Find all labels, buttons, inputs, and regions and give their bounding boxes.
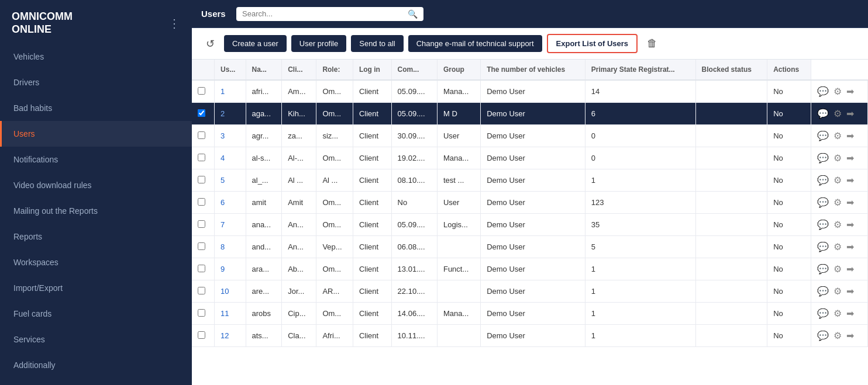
- row-checkbox[interactable]: [198, 176, 205, 183]
- table-row[interactable]: 6amitAmitOm...ClientNoUserDemo User123No…: [192, 192, 868, 214]
- navigate-icon[interactable]: ➡: [846, 152, 854, 164]
- row-checkbox[interactable]: [198, 87, 205, 95]
- sidebar-item-services[interactable]: Services: [0, 327, 192, 352]
- col-header-9: Primary State Registrat...: [585, 60, 695, 80]
- cell-0: al-s...: [246, 147, 282, 169]
- cell-7: 1: [585, 303, 695, 325]
- cell-9: No: [767, 303, 811, 325]
- settings-icon[interactable]: ⚙: [833, 330, 842, 341]
- col-header-2: Na...: [246, 60, 282, 80]
- table-row[interactable]: 5al_...Al ...Al ...Client08.10....test .…: [192, 169, 868, 192]
- cell-2: AR...: [316, 280, 353, 303]
- table-row[interactable]: 1afri...Am...Om...Client05.09....Mana...…: [192, 80, 868, 103]
- send-to-all-button[interactable]: Send to all: [351, 35, 403, 52]
- table-row[interactable]: 7ana...An...Om...Client05.09....Logis...…: [192, 214, 868, 236]
- navigate-icon[interactable]: ➡: [846, 175, 854, 186]
- row-checkbox[interactable]: [198, 309, 205, 317]
- row-checkbox[interactable]: [198, 287, 205, 294]
- chat-icon[interactable]: 💬: [817, 197, 829, 208]
- cell-3: Client: [353, 147, 391, 169]
- cell-3: Client: [353, 80, 391, 103]
- cell-5: Funct...: [437, 258, 480, 280]
- settings-icon[interactable]: ⚙: [833, 175, 842, 186]
- sidebar-item-mailing-reports[interactable]: Mailing out the Reports: [0, 198, 192, 224]
- chat-icon[interactable]: 💬: [817, 308, 829, 319]
- chat-icon[interactable]: 💬: [817, 175, 829, 186]
- sidebar-item-fuel-cards[interactable]: Fuel cards: [0, 301, 192, 327]
- navigate-icon[interactable]: ➡: [846, 108, 854, 119]
- settings-icon[interactable]: ⚙: [833, 86, 842, 97]
- navigate-icon[interactable]: ➡: [846, 308, 854, 319]
- menu-dots-icon[interactable]: ⋮: [168, 16, 180, 30]
- settings-icon[interactable]: ⚙: [833, 130, 842, 141]
- row-checkbox[interactable]: [198, 198, 205, 206]
- row-checkbox[interactable]: [198, 109, 205, 117]
- sidebar-item-import-export[interactable]: Import/Export: [0, 275, 192, 301]
- chat-icon[interactable]: 💬: [817, 330, 829, 341]
- actions-cell: 💬⚙➡: [811, 303, 868, 325]
- settings-icon[interactable]: ⚙: [833, 152, 842, 164]
- table-row[interactable]: 8and...An...Vep...Client06.08....Demo Us…: [192, 236, 868, 258]
- sidebar-item-additionally[interactable]: Additionally: [0, 352, 192, 378]
- settings-icon[interactable]: ⚙: [833, 241, 842, 252]
- sidebar-item-users[interactable]: Users: [0, 121, 192, 147]
- user-profile-button[interactable]: User profile: [291, 35, 346, 52]
- table-row[interactable]: 12ats...Cla...Afri...Client10.11....Demo…: [192, 325, 868, 347]
- sidebar-item-drivers[interactable]: Drivers: [0, 70, 192, 95]
- chat-icon[interactable]: 💬: [817, 130, 829, 141]
- navigate-icon[interactable]: ➡: [846, 86, 854, 97]
- create-user-button[interactable]: Create a user: [224, 35, 287, 52]
- cell-2: Om...: [316, 258, 353, 280]
- settings-icon[interactable]: ⚙: [833, 263, 842, 275]
- cell-1: Am...: [282, 80, 316, 103]
- delete-button[interactable]: 🗑: [642, 35, 662, 52]
- table-row[interactable]: 2aga...Kih...Om...Client05.09....M DDemo…: [192, 103, 868, 125]
- row-checkbox[interactable]: [198, 220, 205, 228]
- row-checkbox[interactable]: [198, 154, 205, 161]
- chat-icon[interactable]: 💬: [817, 241, 829, 252]
- row-checkbox[interactable]: [198, 265, 205, 272]
- settings-icon[interactable]: ⚙: [833, 286, 842, 297]
- sidebar-item-vehicles[interactable]: Vehicles: [0, 44, 192, 70]
- navigate-icon[interactable]: ➡: [846, 241, 854, 252]
- chat-icon[interactable]: 💬: [817, 219, 829, 230]
- change-email-button[interactable]: Change e-mail of technical support: [408, 35, 542, 52]
- chat-icon[interactable]: 💬: [817, 108, 829, 119]
- table-row[interactable]: 9ara...Ab...Om...Client13.01....Funct...…: [192, 258, 868, 280]
- sidebar-item-bad-habits[interactable]: Bad habits: [0, 95, 192, 121]
- row-checkbox[interactable]: [198, 331, 205, 339]
- navigate-icon[interactable]: ➡: [846, 197, 854, 208]
- sidebar-item-reports[interactable]: Reports: [0, 224, 192, 249]
- table-row[interactable]: 10are...Jor...AR...Client22.10....Demo U…: [192, 280, 868, 303]
- chat-icon[interactable]: 💬: [817, 263, 829, 275]
- settings-icon[interactable]: ⚙: [833, 108, 842, 119]
- search-input[interactable]: [242, 9, 404, 18]
- navigate-icon[interactable]: ➡: [846, 330, 854, 341]
- navigate-icon[interactable]: ➡: [846, 130, 854, 141]
- export-list-button[interactable]: Export List of Users: [547, 34, 638, 53]
- row-number: 3: [215, 125, 246, 147]
- row-checkbox[interactable]: [198, 242, 205, 250]
- cell-5: Mana...: [437, 147, 480, 169]
- navigate-icon[interactable]: ➡: [846, 286, 854, 297]
- settings-icon[interactable]: ⚙: [833, 219, 842, 230]
- settings-icon[interactable]: ⚙: [833, 197, 842, 208]
- navigate-icon[interactable]: ➡: [846, 219, 854, 230]
- chat-icon[interactable]: 💬: [817, 86, 829, 97]
- cell-3: Client: [353, 214, 391, 236]
- sidebar-item-notifications[interactable]: Notifications: [0, 147, 192, 172]
- sidebar-item-video-download-rules[interactable]: Video download rules: [0, 172, 192, 198]
- cell-8: [695, 125, 767, 147]
- col-header-4: Role:: [316, 60, 353, 80]
- row-checkbox[interactable]: [198, 131, 205, 139]
- table-row[interactable]: 4al-s...Al-...Om...Client19.02....Mana..…: [192, 147, 868, 169]
- table-row[interactable]: 3agr...za...siz...Client30.09....UserDem…: [192, 125, 868, 147]
- table-row[interactable]: 11arobsCip...Om...Client14.06....Mana...…: [192, 303, 868, 325]
- chat-icon[interactable]: 💬: [817, 152, 829, 164]
- settings-icon[interactable]: ⚙: [833, 308, 842, 319]
- refresh-button[interactable]: ↺: [201, 35, 219, 53]
- chat-icon[interactable]: 💬: [817, 286, 829, 297]
- cell-2: Al ...: [316, 169, 353, 192]
- sidebar-item-workspaces[interactable]: Workspaces: [0, 249, 192, 275]
- navigate-icon[interactable]: ➡: [846, 263, 854, 275]
